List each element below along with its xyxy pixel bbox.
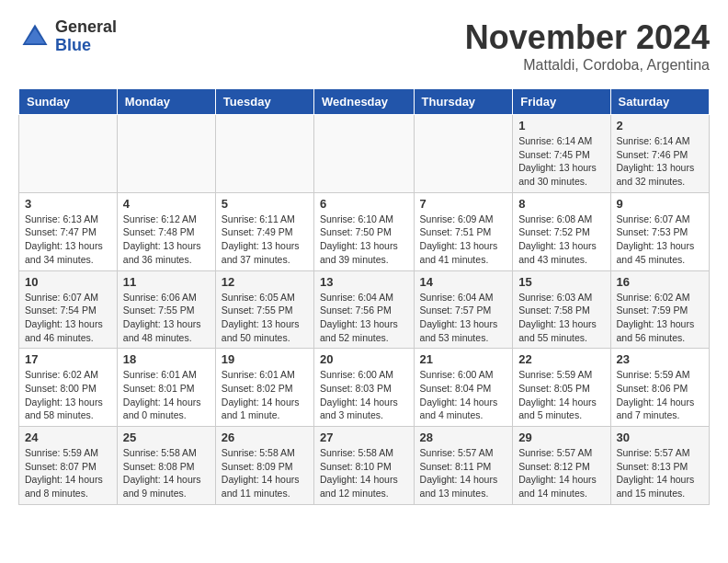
day-cell: 20Sunrise: 6:00 AM Sunset: 8:03 PM Dayli… xyxy=(314,349,415,427)
day-info: Sunrise: 6:12 AM Sunset: 7:48 PM Dayligh… xyxy=(123,213,210,267)
day-info: Sunrise: 6:00 AM Sunset: 8:03 PM Dayligh… xyxy=(320,368,408,422)
day-number: 23 xyxy=(617,352,703,366)
day-cell: 3Sunrise: 6:13 AM Sunset: 7:47 PM Daylig… xyxy=(19,192,118,270)
logo-text: General Blue xyxy=(55,18,117,55)
day-info: Sunrise: 6:01 AM Sunset: 8:01 PM Dayligh… xyxy=(123,368,210,422)
day-cell: 25Sunrise: 5:58 AM Sunset: 8:08 PM Dayli… xyxy=(117,427,215,505)
day-cell: 10Sunrise: 6:07 AM Sunset: 7:54 PM Dayli… xyxy=(19,270,118,349)
weekday-row: SundayMondayTuesdayWednesdayThursdayFrid… xyxy=(19,89,710,115)
day-cell: 13Sunrise: 6:04 AM Sunset: 7:56 PM Dayli… xyxy=(314,270,415,349)
day-cell: 26Sunrise: 5:58 AM Sunset: 8:09 PM Dayli… xyxy=(215,427,313,505)
week-row-3: 10Sunrise: 6:07 AM Sunset: 7:54 PM Dayli… xyxy=(19,270,710,349)
day-number: 30 xyxy=(617,431,703,444)
day-cell: 1Sunrise: 6:14 AM Sunset: 7:45 PM Daylig… xyxy=(513,115,610,193)
day-number: 11 xyxy=(123,275,210,289)
day-cell: 29Sunrise: 5:57 AM Sunset: 8:12 PM Dayli… xyxy=(513,427,610,505)
logo-general-text: General xyxy=(55,18,117,37)
day-info: Sunrise: 6:01 AM Sunset: 8:02 PM Dayligh… xyxy=(222,368,308,422)
day-info: Sunrise: 5:59 AM Sunset: 8:05 PM Dayligh… xyxy=(518,368,604,422)
day-number: 22 xyxy=(518,352,604,366)
day-cell: 7Sunrise: 6:09 AM Sunset: 7:51 PM Daylig… xyxy=(414,192,513,270)
day-cell: 15Sunrise: 6:03 AM Sunset: 7:58 PM Dayli… xyxy=(513,270,610,349)
day-cell xyxy=(215,115,313,193)
day-info: Sunrise: 5:57 AM Sunset: 8:11 PM Dayligh… xyxy=(420,446,507,500)
day-cell: 23Sunrise: 5:59 AM Sunset: 8:06 PM Dayli… xyxy=(610,349,709,427)
day-number: 9 xyxy=(617,197,703,211)
weekday-header-friday: Friday xyxy=(513,89,610,115)
day-info: Sunrise: 6:04 AM Sunset: 7:56 PM Dayligh… xyxy=(320,291,408,345)
day-info: Sunrise: 6:03 AM Sunset: 7:58 PM Dayligh… xyxy=(518,291,604,345)
day-cell: 11Sunrise: 6:06 AM Sunset: 7:55 PM Dayli… xyxy=(117,270,215,349)
weekday-header-monday: Monday xyxy=(117,89,215,115)
day-number: 5 xyxy=(222,197,308,211)
day-info: Sunrise: 6:11 AM Sunset: 7:49 PM Dayligh… xyxy=(222,213,308,267)
day-number: 29 xyxy=(518,431,604,444)
day-number: 21 xyxy=(420,352,507,366)
day-number: 6 xyxy=(320,197,408,211)
day-info: Sunrise: 5:58 AM Sunset: 8:08 PM Dayligh… xyxy=(123,446,210,500)
day-cell: 24Sunrise: 5:59 AM Sunset: 8:07 PM Dayli… xyxy=(19,427,118,505)
week-row-4: 17Sunrise: 6:02 AM Sunset: 8:00 PM Dayli… xyxy=(19,349,710,427)
day-info: Sunrise: 6:14 AM Sunset: 7:45 PM Dayligh… xyxy=(518,134,604,189)
day-cell: 19Sunrise: 6:01 AM Sunset: 8:02 PM Dayli… xyxy=(215,349,313,427)
day-cell: 8Sunrise: 6:08 AM Sunset: 7:52 PM Daylig… xyxy=(513,192,610,270)
calendar: SundayMondayTuesdayWednesdayThursdayFrid… xyxy=(18,88,710,505)
day-cell xyxy=(117,115,215,193)
day-number: 3 xyxy=(25,197,111,211)
day-number: 8 xyxy=(518,197,604,211)
day-cell xyxy=(414,115,513,193)
day-cell: 5Sunrise: 6:11 AM Sunset: 7:49 PM Daylig… xyxy=(215,192,313,270)
day-info: Sunrise: 6:04 AM Sunset: 7:57 PM Dayligh… xyxy=(420,291,507,345)
day-info: Sunrise: 6:08 AM Sunset: 7:52 PM Dayligh… xyxy=(518,213,604,267)
week-row-1: 1Sunrise: 6:14 AM Sunset: 7:45 PM Daylig… xyxy=(19,115,710,193)
day-number: 7 xyxy=(420,197,507,211)
day-info: Sunrise: 6:09 AM Sunset: 7:51 PM Dayligh… xyxy=(420,213,507,267)
day-info: Sunrise: 6:07 AM Sunset: 7:54 PM Dayligh… xyxy=(25,291,111,345)
day-number: 17 xyxy=(25,352,111,366)
weekday-header-sunday: Sunday xyxy=(19,89,118,115)
day-number: 26 xyxy=(222,431,308,444)
day-number: 20 xyxy=(320,352,408,366)
day-number: 1 xyxy=(518,119,604,132)
day-info: Sunrise: 6:00 AM Sunset: 8:04 PM Dayligh… xyxy=(420,368,507,422)
day-number: 16 xyxy=(617,275,703,289)
day-info: Sunrise: 6:02 AM Sunset: 8:00 PM Dayligh… xyxy=(25,368,111,422)
day-cell xyxy=(19,115,118,193)
day-info: Sunrise: 5:58 AM Sunset: 8:10 PM Dayligh… xyxy=(320,446,408,500)
day-info: Sunrise: 6:05 AM Sunset: 7:55 PM Dayligh… xyxy=(222,291,308,345)
day-number: 2 xyxy=(617,119,703,132)
day-cell: 4Sunrise: 6:12 AM Sunset: 7:48 PM Daylig… xyxy=(117,192,215,270)
day-cell: 14Sunrise: 6:04 AM Sunset: 7:57 PM Dayli… xyxy=(414,270,513,349)
day-number: 19 xyxy=(222,352,308,366)
week-row-5: 24Sunrise: 5:59 AM Sunset: 8:07 PM Dayli… xyxy=(19,427,710,505)
day-cell: 22Sunrise: 5:59 AM Sunset: 8:05 PM Dayli… xyxy=(513,349,610,427)
day-number: 15 xyxy=(518,275,604,289)
day-info: Sunrise: 6:10 AM Sunset: 7:50 PM Dayligh… xyxy=(320,213,408,267)
day-cell: 9Sunrise: 6:07 AM Sunset: 7:53 PM Daylig… xyxy=(610,192,709,270)
day-cell: 12Sunrise: 6:05 AM Sunset: 7:55 PM Dayli… xyxy=(215,270,313,349)
day-number: 4 xyxy=(123,197,210,211)
day-number: 14 xyxy=(420,275,507,289)
day-cell: 6Sunrise: 6:10 AM Sunset: 7:50 PM Daylig… xyxy=(314,192,415,270)
day-cell: 16Sunrise: 6:02 AM Sunset: 7:59 PM Dayli… xyxy=(610,270,709,349)
weekday-header-tuesday: Tuesday xyxy=(215,89,313,115)
day-number: 13 xyxy=(320,275,408,289)
day-info: Sunrise: 5:59 AM Sunset: 8:06 PM Dayligh… xyxy=(617,368,703,422)
calendar-header: SundayMondayTuesdayWednesdayThursdayFrid… xyxy=(19,89,710,115)
logo-blue-text: Blue xyxy=(55,37,117,55)
weekday-header-wednesday: Wednesday xyxy=(314,89,415,115)
day-cell: 28Sunrise: 5:57 AM Sunset: 8:11 PM Dayli… xyxy=(414,427,513,505)
day-info: Sunrise: 5:59 AM Sunset: 8:07 PM Dayligh… xyxy=(25,446,111,500)
day-info: Sunrise: 6:07 AM Sunset: 7:53 PM Dayligh… xyxy=(617,213,703,267)
location-title: Mattaldi, Cordoba, Argentina xyxy=(465,57,710,74)
day-cell: 2Sunrise: 6:14 AM Sunset: 7:46 PM Daylig… xyxy=(610,115,709,193)
day-cell: 21Sunrise: 6:00 AM Sunset: 8:04 PM Dayli… xyxy=(414,349,513,427)
day-info: Sunrise: 6:14 AM Sunset: 7:46 PM Dayligh… xyxy=(617,134,703,189)
day-info: Sunrise: 5:57 AM Sunset: 8:13 PM Dayligh… xyxy=(617,446,703,500)
header: General Blue November 2024 Mattaldi, Cor… xyxy=(18,18,710,74)
day-cell: 27Sunrise: 5:58 AM Sunset: 8:10 PM Dayli… xyxy=(314,427,415,505)
day-cell xyxy=(314,115,415,193)
day-info: Sunrise: 6:06 AM Sunset: 7:55 PM Dayligh… xyxy=(123,291,210,345)
day-info: Sunrise: 5:58 AM Sunset: 8:09 PM Dayligh… xyxy=(222,446,308,500)
day-number: 28 xyxy=(420,431,507,444)
